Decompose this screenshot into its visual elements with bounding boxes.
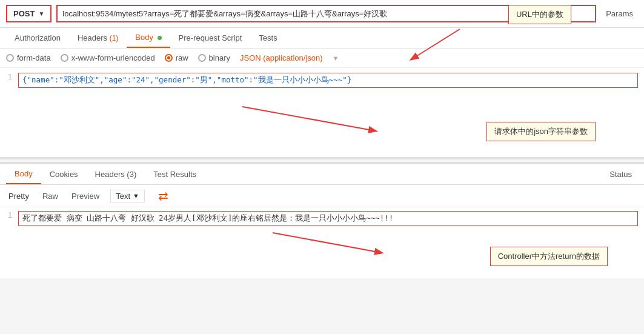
response-body-area: 1 死了都要爱 病变 山路十八弯 好汉歌 24岁男人[邓沙利文]的座右铭居然是：… — [0, 207, 644, 278]
svg-line-0 — [242, 107, 376, 131]
response-section: Body Cookies Headers (3) Test Results St… — [0, 162, 644, 278]
status-label: Status — [609, 170, 638, 179]
request-tabs: Authorization Headers (1) Body Pre-reque… — [0, 28, 644, 48]
radio-raw — [165, 54, 173, 62]
tab-test-results[interactable]: Test Results — [145, 165, 205, 184]
tab-response-body[interactable]: Body — [6, 164, 41, 184]
tab-cookies[interactable]: Cookies — [41, 165, 87, 184]
svg-line-2 — [273, 233, 382, 253]
radio-x-www — [61, 54, 68, 62]
text-dropdown-arrow: ▼ — [133, 192, 139, 199]
response-sub-tabs: Pretty Raw Preview Text ▼ ⇄ — [0, 185, 644, 207]
radio-form-data — [6, 54, 14, 62]
response-line-number-1: 1 — [0, 211, 18, 219]
body-annotation-area: 请求体中的json字符串参数 — [0, 104, 644, 152]
code-content-1[interactable]: {"name":"邓沙利文","age":"24","gender":"男","… — [18, 73, 638, 88]
response-code-editor: 1 死了都要爱 病变 山路十八弯 好汉歌 24岁男人[邓沙利文]的座右铭居然是：… — [0, 207, 644, 230]
tab-pre-request[interactable]: Pre-request Script — [170, 28, 251, 47]
method-label: POST — [13, 9, 35, 18]
svg-line-1 — [411, 29, 460, 59]
body-annotation-box: 请求体中的json字符串参数 — [486, 122, 596, 141]
radio-binary — [198, 54, 206, 62]
sub-tab-pretty[interactable]: Pretty — [6, 190, 32, 202]
response-annotation-box: Controller中方法return的数据 — [490, 247, 608, 266]
response-tabs: Body Cookies Headers (3) Test Results St… — [0, 164, 644, 185]
option-x-www[interactable]: x-www-form-urlencoded — [61, 53, 155, 62]
tab-response-headers[interactable]: Headers (3) — [87, 165, 145, 184]
json-type-arrow[interactable]: ▼ — [333, 55, 339, 62]
code-line-1: 1 {"name":"邓沙利文","age":"24","gender":"男"… — [0, 72, 644, 89]
tab-tests[interactable]: Tests — [250, 28, 285, 47]
params-button[interactable]: Params — [601, 6, 638, 21]
sub-tab-raw[interactable]: Raw — [40, 190, 61, 202]
option-form-data[interactable]: form-data — [6, 53, 51, 62]
tab-body[interactable]: Body — [127, 28, 170, 48]
url-arrow-svg — [399, 29, 520, 65]
option-binary[interactable]: binary — [198, 53, 230, 62]
response-annotation-area: Controller中方法return的数据 — [0, 230, 644, 278]
body-options: form-data x-www-form-urlencoded raw bina… — [0, 48, 644, 67]
url-annotation-container: URL中的参数 — [508, 5, 571, 24]
code-editor: 1 {"name":"邓沙利文","age":"24","gender":"男"… — [0, 67, 644, 104]
tab-authorization[interactable]: Authorization — [6, 28, 69, 47]
request-body-area: 1 {"name":"邓沙利文","age":"24","gender":"男"… — [0, 67, 644, 152]
response-code-line-1: 1 死了都要爱 病变 山路十八弯 好汉歌 24岁男人[邓沙利文]的座右铭居然是：… — [0, 210, 644, 227]
text-dropdown[interactable]: Text ▼ — [110, 190, 145, 202]
wrap-icon[interactable]: ⇄ — [158, 189, 168, 203]
body-dot — [158, 36, 162, 40]
option-raw[interactable]: raw — [165, 53, 188, 62]
line-number-1: 1 — [0, 73, 18, 81]
method-button[interactable]: POST ▼ — [6, 5, 51, 22]
url-annotation-box: URL中的参数 — [508, 5, 571, 24]
tab-headers[interactable]: Headers (1) — [69, 28, 127, 47]
json-type-label[interactable]: JSON (application/json) — [240, 53, 323, 62]
response-content-1[interactable]: 死了都要爱 病变 山路十八弯 好汉歌 24岁男人[邓沙利文]的座右铭居然是：我是… — [18, 211, 638, 226]
sub-tab-preview[interactable]: Preview — [69, 190, 102, 202]
method-dropdown-arrow: ▼ — [38, 10, 44, 17]
